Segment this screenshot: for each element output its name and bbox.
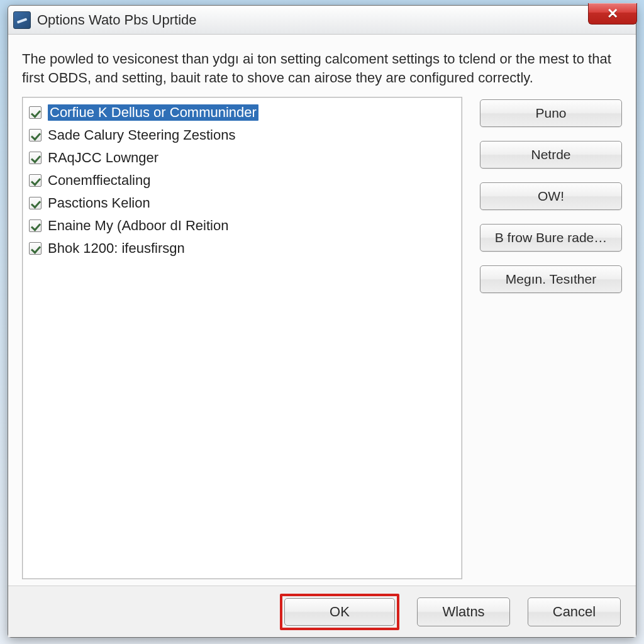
list-item-label: Pasctions Kelion <box>48 195 150 211</box>
list-item[interactable]: Conemffiectaling <box>29 169 455 192</box>
list-item[interactable]: Enaine My (Adboor dI Reition <box>29 214 455 237</box>
checkbox-icon[interactable] <box>29 242 42 255</box>
checkbox-icon[interactable] <box>29 129 42 142</box>
client-area: The powled to vesiconest than ydgı ai to… <box>8 35 636 586</box>
close-icon: ✕ <box>607 6 618 22</box>
wlatns-button[interactable]: Wlatns <box>417 597 510 626</box>
dialog-footer: OK Wlatns Cancel <box>8 586 636 637</box>
cancel-button[interactable]: Cancel <box>528 597 621 626</box>
list-item[interactable]: Sade Calury Steering Zestions <box>29 124 455 147</box>
side-button-netrde[interactable]: Netrde <box>480 141 622 169</box>
checkbox-icon[interactable] <box>29 174 42 187</box>
side-button-bfrow[interactable]: B frow Bure rade… <box>480 224 622 252</box>
side-button-megin[interactable]: Megın. Tesıther <box>480 265 622 293</box>
checkbox-icon[interactable] <box>29 106 42 119</box>
list-item-label: Conemffiectaling <box>48 172 150 189</box>
description-text: The powled to vesiconest than ydgı ai to… <box>22 50 622 87</box>
ok-highlight: OK <box>280 594 399 630</box>
side-button-column: Puno Netrde OW! B frow Bure rade… Megın.… <box>480 97 622 579</box>
titlebar[interactable]: Options Wato Pbs Uprtide ✕ <box>8 6 636 35</box>
ok-button[interactable]: OK <box>284 598 395 626</box>
list-item[interactable]: Pasctions Kelion <box>29 192 455 214</box>
list-item-label: Sade Calury Steering Zestions <box>48 127 235 143</box>
list-item-label: Bhok 1200: ifeusfirsgn <box>48 240 185 257</box>
list-item-label: Enaine My (Adboor dI Reition <box>48 218 228 234</box>
dialog-window: Options Wato Pbs Uprtide ✕ The powled to… <box>8 5 636 638</box>
app-icon <box>13 11 31 29</box>
checkbox-icon[interactable] <box>29 152 42 164</box>
list-item[interactable]: Corfiue K Dellus or Communinder <box>29 101 455 124</box>
list-item[interactable]: RAqJCC Lownger <box>29 147 455 169</box>
list-item-label: RAqJCC Lownger <box>48 150 158 166</box>
close-button[interactable]: ✕ <box>588 3 637 25</box>
list-item-label: Corfiue K Dellus or Communinder <box>48 104 258 121</box>
list-item[interactable]: Bhok 1200: ifeusfirsgn <box>29 237 455 260</box>
checkbox-icon[interactable] <box>29 197 42 209</box>
options-listbox[interactable]: Corfiue K Dellus or Communinder Sade Cal… <box>22 97 462 579</box>
window-title: Options Wato Pbs Uprtide <box>37 12 197 28</box>
body-row: Corfiue K Dellus or Communinder Sade Cal… <box>22 97 622 579</box>
side-button-ow[interactable]: OW! <box>480 182 622 210</box>
side-button-puno[interactable]: Puno <box>480 99 622 127</box>
checkbox-icon[interactable] <box>29 219 42 232</box>
